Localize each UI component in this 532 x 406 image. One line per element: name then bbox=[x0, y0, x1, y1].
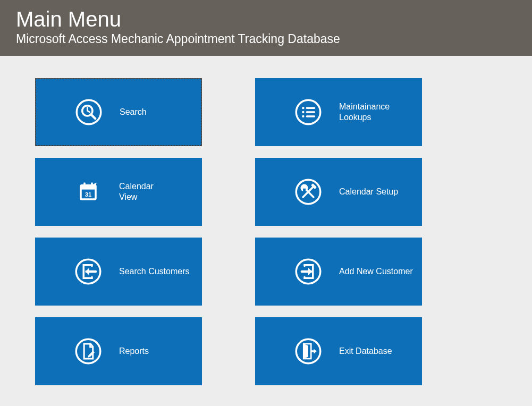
svg-rect-14 bbox=[83, 183, 86, 188]
header: Main Menu Microsoft Access Mechanic Appo… bbox=[0, 0, 532, 56]
calendar-icon: 31 bbox=[73, 177, 103, 207]
tools-icon bbox=[293, 177, 323, 207]
svg-rect-9 bbox=[306, 111, 316, 113]
svg-rect-15 bbox=[91, 183, 93, 188]
calendar-setup-label: Calendar Setup bbox=[339, 187, 398, 197]
search-customers-label: Search Customers bbox=[119, 266, 190, 277]
svg-rect-7 bbox=[306, 107, 316, 109]
page-subtitle: Microsoft Access Mechanic Appointment Tr… bbox=[16, 32, 516, 46]
svg-rect-13 bbox=[81, 185, 96, 190]
exit-database-label: Exit Database bbox=[339, 346, 392, 357]
svg-point-8 bbox=[302, 111, 304, 113]
calendar-view-tile[interactable]: 31 Calendar View bbox=[35, 158, 202, 226]
list-icon bbox=[293, 97, 323, 127]
search-customers-tile[interactable]: Search Customers bbox=[35, 238, 202, 306]
tiles-area: Search Maintainance Lookups bbox=[0, 56, 532, 397]
svg-text:31: 31 bbox=[85, 191, 92, 198]
maintenance-lookups-label: Maintainance Lookups bbox=[339, 102, 390, 123]
calendar-setup-tile[interactable]: Calendar Setup bbox=[255, 158, 422, 226]
add-new-customer-label: Add New Customer bbox=[339, 266, 413, 277]
svg-rect-24 bbox=[88, 351, 95, 357]
exit-database-tile[interactable]: Exit Database bbox=[255, 317, 422, 385]
svg-point-23 bbox=[76, 339, 100, 363]
svg-line-2 bbox=[91, 114, 95, 119]
exit-icon bbox=[293, 336, 323, 366]
import-arrow-icon bbox=[73, 257, 103, 286]
search-icon bbox=[74, 97, 104, 127]
maintenance-lookups-tile[interactable]: Maintainance Lookups bbox=[255, 78, 422, 146]
calendar-view-label: Calendar View bbox=[119, 181, 154, 202]
svg-point-6 bbox=[302, 107, 304, 109]
svg-rect-11 bbox=[306, 115, 316, 117]
search-tile[interactable]: Search bbox=[35, 78, 202, 146]
add-new-customer-tile[interactable]: Add New Customer bbox=[255, 238, 422, 306]
svg-point-10 bbox=[302, 115, 304, 117]
page-title: Main Menu bbox=[16, 7, 516, 31]
document-edit-icon bbox=[73, 336, 103, 366]
reports-tile[interactable]: Reports bbox=[35, 317, 202, 385]
search-label: Search bbox=[120, 107, 147, 117]
reports-label: Reports bbox=[119, 346, 149, 357]
export-arrow-icon bbox=[293, 257, 323, 286]
svg-line-4 bbox=[87, 111, 89, 112]
